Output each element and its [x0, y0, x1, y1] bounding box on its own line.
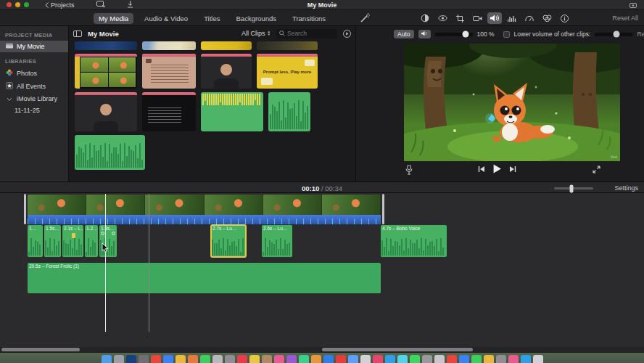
reset-all-button[interactable]: Reset All — [612, 15, 638, 22]
record-voiceover-icon[interactable] — [405, 165, 413, 176]
dock-icon[interactable] — [410, 355, 420, 363]
media-thumbnail-audio-top[interactable] — [201, 92, 263, 131]
dock-icon[interactable] — [126, 355, 136, 363]
import-media-icon[interactable] — [96, 1, 105, 9]
dock-icon[interactable] — [262, 355, 272, 363]
speed-icon[interactable] — [522, 12, 537, 24]
trim-handle-right[interactable] — [382, 194, 384, 224]
dock-icon[interactable] — [323, 355, 334, 363]
effects-icon[interactable] — [540, 12, 554, 24]
dock-icon[interactable] — [385, 355, 395, 363]
fullscreen-icon[interactable] — [593, 166, 600, 175]
tab-transitions[interactable]: Transitions — [287, 13, 331, 24]
dock-icon[interactable] — [249, 355, 260, 363]
dock-icon[interactable] — [496, 355, 506, 363]
sidebar-item-event-date[interactable]: 11-11-25 — [0, 105, 68, 116]
media-thumbnail-audio[interactable] — [75, 135, 145, 170]
previous-frame-button[interactable] — [478, 166, 485, 174]
playhead[interactable] — [105, 194, 106, 332]
lower-volume-checkbox[interactable] — [503, 31, 510, 38]
download-icon[interactable] — [127, 1, 133, 9]
sidebar-item-my-movie[interactable]: My Movie — [0, 41, 68, 52]
dock-icon[interactable] — [188, 355, 198, 363]
auto-volume-button[interactable]: Auto — [394, 30, 414, 38]
dock-icon[interactable] — [521, 355, 531, 363]
audio-clip-selected[interactable]: 2.7s – Lu… — [211, 225, 246, 257]
dock-icon[interactable] — [422, 355, 432, 363]
dock-icon[interactable] — [237, 355, 247, 363]
sidebar-item-imovie-library[interactable]: iMovie Library — [0, 93, 68, 105]
volume-slider[interactable] — [435, 33, 473, 36]
dock-icon[interactable] — [484, 355, 494, 363]
media-thumbnail-strip-light[interactable] — [142, 41, 196, 50]
info-icon[interactable] — [557, 12, 571, 24]
audio-clip[interactable]: 2.1s – L… — [62, 225, 83, 257]
noise-eq-icon[interactable] — [505, 12, 519, 24]
dock-icon[interactable] — [471, 355, 482, 363]
sidebar-item-photos[interactable]: Photos — [0, 67, 68, 80]
video-clip-filmstrip[interactable] — [28, 195, 381, 215]
media-thumbnail-photo-grid[interactable] — [75, 54, 137, 89]
dock-icon[interactable] — [348, 355, 358, 363]
media-thumbnail-strip-dark[interactable] — [257, 41, 318, 50]
volume-icon[interactable] — [487, 12, 502, 24]
media-thumbnail-strip-navy[interactable] — [75, 41, 137, 50]
audio-clip[interactable]: 1.5s… — [44, 225, 61, 257]
dock-icon[interactable] — [176, 355, 186, 363]
media-thumbnail-terminal[interactable] — [142, 92, 196, 131]
audio-clip[interactable]: 1… — [28, 225, 43, 257]
tab-audio-video[interactable]: Audio & Video — [139, 13, 193, 24]
dock-icon[interactable] — [336, 355, 346, 363]
enhance-wand-icon[interactable] — [360, 13, 370, 24]
camera-icon[interactable] — [629, 2, 637, 9]
color-correction-icon[interactable] — [435, 12, 450, 24]
dock-icon[interactable] — [533, 355, 543, 363]
crop-icon[interactable] — [453, 12, 467, 24]
dock-icon[interactable] — [151, 355, 161, 363]
tab-titles[interactable]: Titles — [199, 13, 225, 24]
media-thumbnail-audio[interactable] — [268, 92, 310, 131]
media-thumbnail-webcam[interactable] — [75, 92, 137, 131]
search-field[interactable] — [276, 29, 337, 38]
background-music-clip[interactable]: 29.5s – Forest Frolic (1) — [28, 263, 381, 293]
clip-filter-dropdown[interactable]: All Clips ▲▼ — [242, 30, 271, 37]
scrollbar-thumb[interactable] — [1, 348, 80, 351]
minimize-window-icon[interactable] — [15, 2, 20, 7]
tab-backgrounds[interactable]: Backgrounds — [231, 13, 281, 24]
dock-icon[interactable] — [434, 355, 445, 363]
close-window-icon[interactable] — [7, 2, 12, 7]
audio-clip[interactable]: 1.2… — [85, 225, 98, 257]
trim-handle-left[interactable] — [24, 194, 26, 224]
lower-volume-slider[interactable] — [595, 33, 632, 36]
dock-icon[interactable] — [212, 355, 223, 363]
dock-icon[interactable] — [225, 355, 235, 363]
timeline-zoom-slider[interactable] — [554, 187, 593, 189]
media-thumbnail-webcam[interactable] — [201, 54, 252, 89]
timeline-settings-button[interactable]: Settings — [614, 184, 638, 192]
play-circle-icon[interactable] — [343, 30, 351, 38]
dock-icon[interactable] — [397, 355, 408, 363]
dock-icon[interactable] — [459, 355, 469, 363]
search-input[interactable] — [287, 30, 331, 37]
dock-icon[interactable] — [114, 355, 124, 363]
audio-clip[interactable]: 2.6s – Lu… — [262, 225, 292, 257]
dock-icon[interactable] — [139, 355, 149, 363]
dock-icon[interactable] — [311, 355, 321, 363]
next-frame-button[interactable] — [509, 166, 516, 174]
scrollbar-thumb[interactable] — [322, 348, 473, 351]
sidebar-toggle-icon[interactable] — [73, 30, 82, 37]
dock-icon[interactable] — [163, 355, 173, 363]
dock-icon[interactable] — [299, 355, 309, 363]
play-button[interactable] — [492, 164, 502, 175]
media-thumbnail-slide[interactable]: Prompt less, Play more — [257, 54, 318, 89]
tab-my-media[interactable]: My Media — [94, 13, 133, 24]
back-to-projects-button[interactable]: Projects — [45, 1, 75, 9]
zoom-window-icon[interactable] — [24, 2, 29, 7]
media-thumbnail-document[interactable] — [142, 54, 196, 89]
media-thumbnail-strip-yellow[interactable] — [201, 41, 252, 50]
dock-icon[interactable] — [274, 355, 284, 363]
dock-icon[interactable] — [508, 355, 519, 363]
dock-icon[interactable] — [286, 355, 297, 363]
dock-icon[interactable] — [360, 355, 371, 363]
color-balance-icon[interactable] — [418, 12, 432, 24]
